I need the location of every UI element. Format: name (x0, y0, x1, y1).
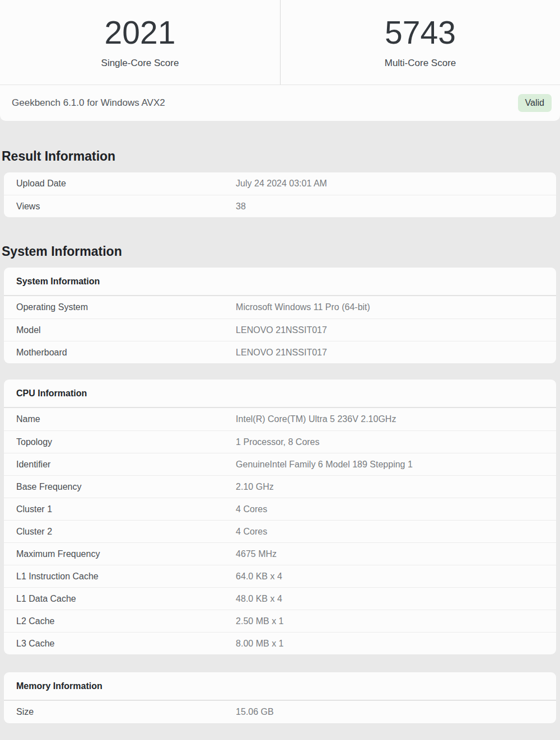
cpu-information-table: CPU Information Name Intel(R) Core(TM) U… (4, 380, 556, 654)
multi-core-score-box: 5743 Multi-Core Score (280, 0, 560, 85)
table-header-cpu-information: CPU Information (4, 380, 556, 408)
row-label: Size (4, 707, 236, 717)
row-value: 4 Cores (236, 527, 556, 537)
table-row: Motherboard LENOVO 21NSSIT017 (4, 341, 556, 363)
table-header-memory-information: Memory Information (4, 672, 556, 701)
row-value: 8.00 MB x 1 (236, 639, 556, 649)
row-value: 4675 MHz (236, 549, 556, 559)
multi-core-score-value: 5743 (385, 17, 456, 49)
single-core-score-value: 2021 (105, 17, 176, 49)
valid-status-badge: Valid (518, 94, 552, 112)
row-value: LENOVO 21NSSIT017 (236, 348, 556, 358)
result-information-table: Upload Date July 24 2024 03:01 AM Views … (4, 172, 556, 217)
row-label: Name (4, 414, 236, 424)
table-row: L3 Cache 8.00 MB x 1 (4, 632, 556, 654)
row-value: 1 Processor, 8 Cores (236, 437, 556, 447)
row-label: Cluster 1 (4, 504, 236, 514)
benchmark-version-bar: Geekbench 6.1.0 for Windows AVX2 Valid (0, 85, 560, 121)
table-row: Maximum Frequency 4675 MHz (4, 542, 556, 565)
row-value: LENOVO 21NSSIT017 (236, 325, 556, 335)
row-label: L1 Data Cache (4, 594, 236, 604)
score-card: 2021 Single-Core Score 5743 Multi-Core S… (0, 0, 560, 121)
table-header-system-information: System Information (4, 268, 556, 296)
row-label: Maximum Frequency (4, 549, 236, 559)
row-value: July 24 2024 03:01 AM (236, 179, 556, 189)
row-label: Topology (4, 437, 236, 447)
system-information-table: System Information Operating System Micr… (4, 268, 556, 363)
row-label: Operating System (4, 302, 236, 312)
row-label: Upload Date (4, 179, 236, 189)
multi-core-score-label: Multi-Core Score (385, 58, 456, 68)
table-row: L2 Cache 2.50 MB x 1 (4, 610, 556, 632)
table-row: Name Intel(R) Core(TM) Ultra 5 236V 2.10… (4, 408, 556, 430)
table-row: L1 Data Cache 48.0 KB x 4 (4, 587, 556, 610)
table-row: Upload Date July 24 2024 03:01 AM (4, 172, 556, 195)
row-label: Cluster 2 (4, 527, 236, 537)
section-heading-system-information: System Information (2, 244, 560, 259)
row-label: Identifier (4, 460, 236, 470)
table-row: Cluster 2 4 Cores (4, 520, 556, 542)
table-row: Model LENOVO 21NSSIT017 (4, 319, 556, 341)
row-label: L3 Cache (4, 639, 236, 649)
table-row: Identifier GenuineIntel Family 6 Model 1… (4, 453, 556, 475)
table-row: Base Frequency 2.10 GHz (4, 475, 556, 498)
table-row: Operating System Microsoft Windows 11 Pr… (4, 296, 556, 319)
table-row: Size 15.06 GB (4, 701, 556, 723)
row-value: 38 (236, 202, 556, 212)
memory-information-table: Memory Information Size 15.06 GB (4, 672, 556, 723)
benchmark-version-text: Geekbench 6.1.0 for Windows AVX2 (12, 97, 165, 109)
geekbench-result-page: 2021 Single-Core Score 5743 Multi-Core S… (0, 0, 560, 740)
row-value: Microsoft Windows 11 Pro (64-bit) (236, 302, 556, 312)
row-label: Base Frequency (4, 482, 236, 492)
row-label: L2 Cache (4, 616, 236, 626)
row-label: Model (4, 325, 236, 335)
table-row: Views 38 (4, 195, 556, 217)
row-value: 4 Cores (236, 504, 556, 514)
row-value: 48.0 KB x 4 (236, 594, 556, 604)
single-core-score-box: 2021 Single-Core Score (0, 0, 280, 85)
table-row: Topology 1 Processor, 8 Cores (4, 430, 556, 453)
row-value: Intel(R) Core(TM) Ultra 5 236V 2.10GHz (236, 414, 556, 424)
row-value: 2.50 MB x 1 (236, 616, 556, 626)
row-value: 15.06 GB (236, 707, 556, 717)
section-heading-result-information: Result Information (2, 149, 560, 164)
single-core-score-label: Single-Core Score (101, 58, 179, 68)
row-value: GenuineIntel Family 6 Model 189 Stepping… (236, 460, 556, 470)
table-row: Cluster 1 4 Cores (4, 498, 556, 520)
row-value: 2.10 GHz (236, 482, 556, 492)
score-banner: 2021 Single-Core Score 5743 Multi-Core S… (0, 0, 560, 85)
row-label: L1 Instruction Cache (4, 572, 236, 582)
table-row: L1 Instruction Cache 64.0 KB x 4 (4, 565, 556, 587)
row-value: 64.0 KB x 4 (236, 572, 556, 582)
row-label: Motherboard (4, 348, 236, 358)
row-label: Views (4, 202, 236, 212)
